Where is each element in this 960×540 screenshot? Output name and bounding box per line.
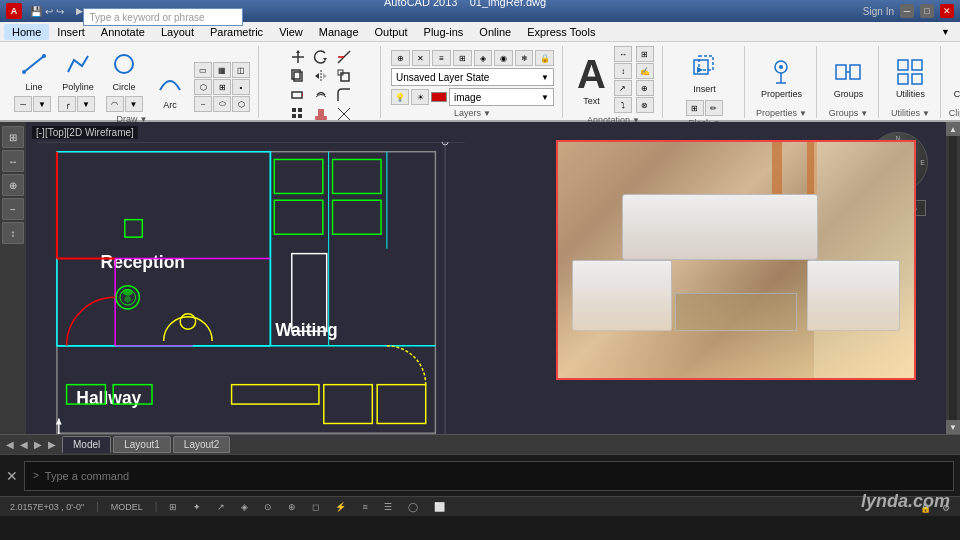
lbar-btn-4[interactable]: − — [2, 198, 24, 220]
dim-btn[interactable]: ↔ — [614, 46, 632, 62]
layer-match-btn[interactable]: ≡ — [432, 50, 451, 66]
line-small-btn[interactable]: ─ — [14, 96, 32, 112]
minimize-button[interactable]: ─ — [900, 4, 914, 18]
trim-btn[interactable] — [333, 48, 355, 66]
arc-button[interactable]: Arc — [150, 64, 190, 112]
table-annot-btn[interactable]: ⊞ — [636, 46, 654, 62]
menu-annotate[interactable]: Annotate — [93, 24, 153, 40]
circle-button[interactable]: Circle — [102, 46, 146, 94]
status-otrack[interactable]: ⊕ — [284, 502, 300, 512]
line-dropdown[interactable]: ▼ — [33, 96, 51, 112]
explode-btn[interactable] — [333, 105, 355, 123]
lbar-btn-1[interactable]: ⊞ — [2, 126, 24, 148]
layer-state-dropdown[interactable]: Unsaved Layer State ▼ — [391, 68, 554, 86]
status-lw[interactable]: ≡ — [358, 502, 371, 512]
stretch-btn[interactable] — [287, 86, 309, 104]
menu-output[interactable]: Output — [367, 24, 416, 40]
mirror-btn[interactable] — [310, 67, 332, 85]
lbar-btn-2[interactable]: ↔ — [2, 150, 24, 172]
polyline-small[interactable]: ╭ — [58, 96, 76, 112]
poly-btn[interactable]: ⬡ — [232, 96, 250, 112]
layer-lock-btn[interactable]: 🔒 — [535, 50, 554, 66]
menu-home[interactable]: Home — [4, 24, 49, 40]
tab-nav-right2[interactable]: ▶ — [48, 439, 56, 450]
status-model[interactable]: MODEL — [107, 502, 147, 512]
layer-freeze-btn[interactable]: ❄ — [515, 50, 534, 66]
arc-dropdown[interactable]: ▼ — [125, 96, 143, 112]
tab-layout2[interactable]: Layout2 — [173, 436, 231, 453]
point-btn[interactable]: • — [232, 79, 250, 95]
polyline-dropdown[interactable]: ▼ — [77, 96, 95, 112]
tab-layout1[interactable]: Layout1 — [113, 436, 171, 453]
layer-isolate-btn[interactable]: ◉ — [494, 50, 513, 66]
groups-dropdown-arrow[interactable]: ▼ — [860, 109, 868, 118]
fillet-btn[interactable] — [333, 86, 355, 104]
table-btn[interactable]: ⊞ — [213, 79, 231, 95]
light-bulb-btn[interactable]: 💡 — [391, 89, 409, 105]
lbar-btn-5[interactable]: ↕ — [2, 222, 24, 244]
block-def-btn[interactable]: ⊞ — [686, 100, 704, 116]
dim3-btn[interactable]: ↗ — [614, 80, 632, 96]
block-edit-btn[interactable]: ✏ — [705, 100, 723, 116]
leaders-btn[interactable]: ⤵ — [614, 97, 632, 113]
arc-btn-small[interactable]: ◠ — [106, 96, 124, 112]
utilities-button[interactable]: Utilities — [885, 55, 935, 101]
command-close[interactable]: ✕ — [6, 468, 18, 484]
groups-button[interactable]: Groups — [823, 55, 873, 101]
properties-button[interactable]: Properties — [756, 55, 806, 101]
command-input[interactable] — [45, 470, 945, 482]
polyline-button[interactable]: Polyline — [58, 46, 98, 94]
rotate-btn[interactable] — [310, 48, 332, 66]
layer-props-btn[interactable]: ⊞ — [453, 50, 472, 66]
mleader-btn[interactable]: ✍ — [636, 63, 654, 79]
menu-layout[interactable]: Layout — [153, 24, 202, 40]
right-scrollbar[interactable]: ▲ ▼ — [946, 122, 960, 434]
utils-dropdown-arrow[interactable]: ▼ — [922, 109, 930, 118]
insert-button[interactable]: ▶ Insert — [685, 50, 723, 96]
annot3-btn[interactable]: ⊕ — [636, 80, 654, 96]
erase-btn[interactable] — [310, 105, 332, 123]
sun-btn[interactable]: ☀ — [411, 89, 429, 105]
rect-btn[interactable]: ▭ — [194, 62, 212, 78]
menu-online[interactable]: Online — [471, 24, 519, 40]
layer-color-swatch[interactable] — [431, 92, 447, 102]
layer-name-dropdown[interactable]: image ▼ — [449, 88, 554, 106]
annot4-btn[interactable]: ⊗ — [636, 97, 654, 113]
region-btn[interactable]: ⬡ — [194, 79, 212, 95]
ellipse-btn[interactable]: ⬭ — [213, 96, 231, 112]
close-button[interactable]: ✕ — [940, 4, 954, 18]
props-dropdown-arrow[interactable]: ▼ — [799, 109, 807, 118]
status-snap[interactable]: ✦ — [189, 502, 205, 512]
menu-express[interactable]: Express Tools — [519, 24, 603, 40]
status-qp[interactable]: ◯ — [404, 502, 422, 512]
status-ortho[interactable]: ↗ — [213, 502, 229, 512]
tab-model[interactable]: Model — [62, 436, 111, 453]
tab-nav-left2[interactable]: ◀ — [20, 439, 28, 450]
menu-view[interactable]: View — [271, 24, 311, 40]
scroll-track[interactable] — [949, 136, 957, 420]
clipboard-button[interactable]: Clipboard — [948, 55, 960, 101]
scroll-up[interactable]: ▲ — [946, 122, 960, 136]
ribbon-toggle[interactable]: ▼ — [935, 27, 956, 37]
menu-parametric[interactable]: Parametric — [202, 24, 271, 40]
gradient-btn[interactable]: ◫ — [232, 62, 250, 78]
offset-btn[interactable] — [310, 86, 332, 104]
lbar-btn-3[interactable]: ⊕ — [2, 174, 24, 196]
layers-dropdown-arrow[interactable]: ▼ — [483, 109, 491, 118]
dim2-btn[interactable]: ↕ — [614, 63, 632, 79]
layer-del-btn[interactable]: ✕ — [412, 50, 431, 66]
status-dyn[interactable]: ⚡ — [331, 502, 350, 512]
layer-unisolate-btn[interactable]: ◈ — [474, 50, 493, 66]
status-osnap[interactable]: ⊙ — [260, 502, 276, 512]
spline-btn[interactable]: ~ — [194, 96, 212, 112]
maximize-button[interactable]: □ — [920, 4, 934, 18]
scale-btn[interactable] — [333, 67, 355, 85]
sign-in[interactable]: Sign In — [863, 6, 894, 17]
layer-new-btn[interactable]: ⊕ — [391, 50, 410, 66]
array-btn[interactable] — [287, 105, 309, 123]
copy-btn[interactable] — [287, 67, 309, 85]
text-button[interactable]: A Text — [573, 52, 610, 108]
move-btn[interactable] — [287, 48, 309, 66]
status-grid[interactable]: ⊞ — [165, 502, 181, 512]
status-ducs[interactable]: ◻ — [308, 502, 323, 512]
